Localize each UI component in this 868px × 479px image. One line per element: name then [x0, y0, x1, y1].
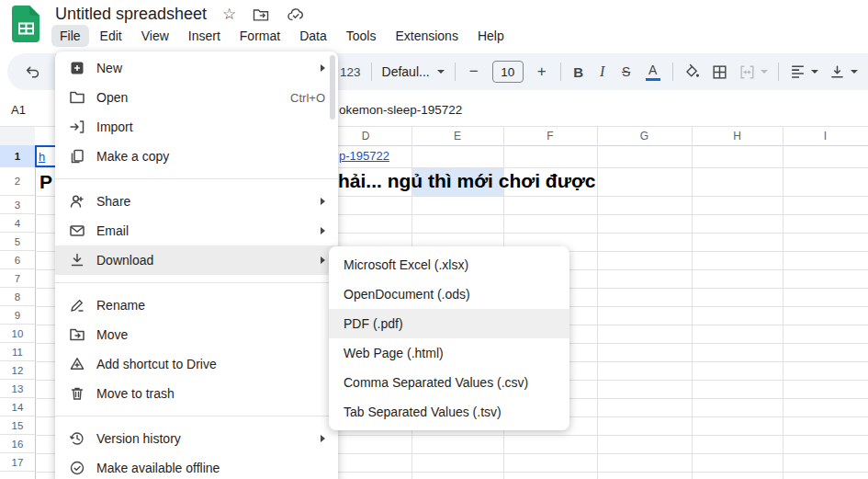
file-menu-item-make-a-copy[interactable]: Make a copy [55, 142, 338, 171]
merge-cells-icon[interactable] [738, 63, 756, 81]
font-name-label: Defaul... [382, 64, 430, 79]
submenu-arrow-icon [321, 64, 325, 72]
file-menu-item-share[interactable]: Share [55, 187, 338, 216]
name-box[interactable]: A1 [11, 103, 26, 117]
file-menu-item-version-history[interactable]: Version history [55, 424, 338, 453]
column-header-h[interactable]: H [692, 127, 783, 145]
row-header-15[interactable]: 15 [0, 416, 35, 435]
menu-scrollbar[interactable] [330, 55, 335, 120]
file-menu-item-add-shortcut-to-drive[interactable]: Add shortcut to Drive [55, 349, 338, 379]
submenu-arrow-icon [321, 227, 325, 234]
file-menu-item-new[interactable]: New [55, 53, 338, 83]
formula-input[interactable]: okemon-sleep-195722 [339, 103, 462, 117]
submenu-item-tsv[interactable]: Tab Separated Values (.tsv) [329, 397, 569, 427]
submenu-item-pdf[interactable]: PDF (.pdf) [329, 309, 569, 338]
submenu-item-ods[interactable]: OpenDocument (.ods) [329, 279, 569, 309]
download-icon [69, 252, 85, 268]
menu-item-label: Email [96, 223, 310, 238]
menu-insert[interactable]: Insert [180, 25, 229, 47]
menu-format[interactable]: Format [231, 25, 288, 47]
menu-extensions[interactable]: Extensions [387, 25, 466, 47]
import-icon [69, 119, 85, 135]
menu-item-label: Rename [96, 298, 325, 313]
document-title[interactable]: Untitled spreadsheet [55, 5, 207, 24]
column-header-g[interactable]: G [597, 127, 692, 145]
italic-button[interactable]: I [596, 63, 609, 80]
submenu-item-html[interactable]: Web Page (.html) [329, 338, 569, 368]
row2-cell-text: hải... ngủ thì mới chơi được [338, 170, 596, 192]
file-menu-item-import[interactable]: Import [55, 112, 338, 142]
row-header-6[interactable]: 6 [0, 251, 35, 269]
row-header-12[interactable]: 12 [0, 361, 35, 380]
menu-item-label: Download [96, 253, 310, 268]
cell-a1-text-fragment: h [39, 150, 53, 165]
row-header-9[interactable]: 9 [0, 306, 35, 325]
number-format-button[interactable]: 123 [340, 65, 361, 79]
toolbar-divider [778, 63, 779, 81]
file-menu-item-email[interactable]: Email [55, 216, 338, 245]
row-header-7[interactable]: 7 [0, 269, 35, 288]
chevron-down-icon[interactable] [851, 70, 858, 74]
decrease-font-size-button[interactable]: − [466, 63, 482, 81]
menu-divider [55, 416, 338, 416]
row-header-3[interactable]: 3 [0, 196, 35, 214]
menu-tools[interactable]: Tools [338, 25, 385, 47]
row-header-16[interactable]: 16 [0, 435, 35, 453]
move-folder-icon[interactable] [252, 6, 270, 24]
row-header-2[interactable]: 2 [0, 167, 35, 196]
text-color-bar [646, 78, 660, 81]
file-menu-item-make-available-offline[interactable]: Make available offline [55, 453, 338, 479]
vertical-align-icon[interactable] [829, 63, 846, 81]
cloud-status-icon[interactable] [286, 6, 306, 24]
copy-icon [69, 148, 85, 165]
row-header-10[interactable]: 10 [0, 325, 35, 343]
toolbar-divider [560, 63, 561, 81]
file-menu-item-move-to-trash[interactable]: Move to trash [55, 379, 338, 408]
chevron-down-icon[interactable] [761, 70, 768, 74]
row-header-4[interactable]: 4 [0, 214, 35, 233]
submenu-item-label: PDF (.pdf) [344, 316, 403, 331]
file-menu-item-download[interactable]: Download [55, 245, 338, 275]
file-menu-item-open[interactable]: Open Ctrl+O [55, 83, 338, 112]
star-icon[interactable]: ☆ [222, 6, 236, 22]
increase-font-size-button[interactable]: + [534, 63, 550, 81]
row-header-17[interactable]: 17 [0, 453, 35, 472]
fill-color-icon[interactable] [683, 63, 701, 81]
strikethrough-button[interactable]: S [619, 64, 634, 79]
row-header-5[interactable]: 5 [0, 233, 35, 251]
column-header-e[interactable]: E [411, 127, 503, 145]
sheets-logo-icon[interactable] [12, 6, 39, 42]
horizontal-align-icon[interactable] [789, 63, 806, 81]
file-menu-item-move[interactable]: Move [55, 320, 338, 349]
borders-icon[interactable] [711, 63, 728, 81]
submenu-item-xlsx[interactable]: Microsoft Excel (.xlsx) [329, 250, 569, 279]
file-menu-item-rename[interactable]: Rename [55, 291, 338, 320]
text-color-button[interactable]: A [644, 63, 662, 81]
row-header-8[interactable]: 8 [0, 288, 35, 306]
chevron-down-icon[interactable] [811, 70, 818, 74]
row-header-11[interactable]: 11 [0, 343, 35, 361]
column-header-f[interactable]: F [503, 127, 597, 145]
undo-icon[interactable] [24, 63, 41, 81]
row-header-13[interactable]: 13 [0, 380, 35, 398]
font-size-input[interactable]: 10 [492, 61, 524, 83]
row-header-14[interactable]: 14 [0, 398, 35, 416]
menu-data[interactable]: Data [291, 25, 335, 47]
menu-item-shortcut: Ctrl+O [290, 91, 325, 105]
menu-item-label: Import [96, 120, 325, 134]
text-color-letter: A [648, 63, 657, 77]
cell-d1-link-fragment[interactable]: p-195722 [339, 149, 389, 163]
menu-view[interactable]: View [133, 25, 177, 47]
bold-button[interactable]: B [571, 64, 586, 80]
menu-help[interactable]: Help [469, 25, 513, 47]
column-header-i[interactable]: I [783, 127, 868, 145]
menu-edit[interactable]: Edit [92, 25, 130, 47]
download-submenu-panel: Microsoft Excel (.xlsx) OpenDocument (.o… [329, 246, 569, 430]
chevron-down-icon [437, 70, 445, 74]
menu-file[interactable]: File [51, 25, 89, 47]
font-selector[interactable]: Defaul... [382, 64, 445, 79]
row-header-1[interactable]: 1 [0, 145, 35, 167]
select-all-corner[interactable] [0, 127, 36, 146]
submenu-item-csv[interactable]: Comma Separated Values (.csv) [329, 368, 569, 397]
person-add-icon [69, 193, 85, 210]
